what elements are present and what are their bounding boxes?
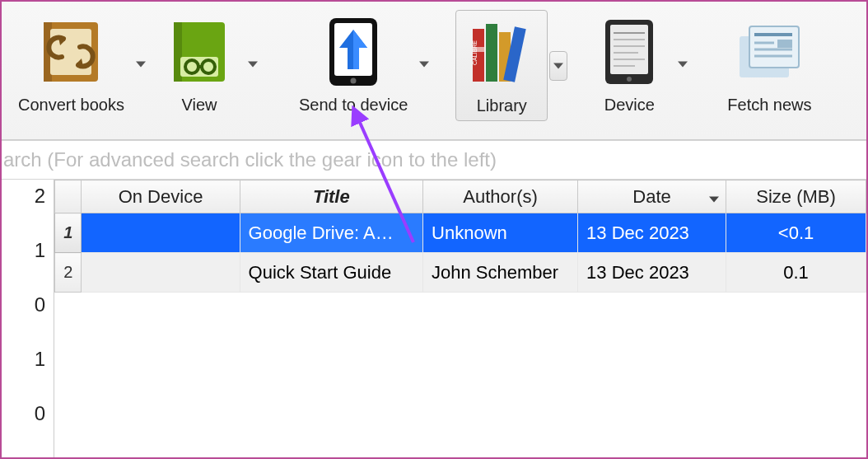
cell-authors[interactable]: Unknown [423,213,578,253]
send-label: Send to device [299,96,408,115]
convert-label: Convert books [18,96,124,115]
svg-point-11 [351,78,357,84]
corner-header[interactable] [55,180,82,213]
ereader-icon [592,15,666,89]
cell-title[interactable]: Google Drive: A… [240,213,422,253]
col-title[interactable]: Title [240,180,422,213]
main-area: 2 1 0 1 0 On Device Title Author(s) Date [2,180,866,457]
view-button[interactable]: View [156,10,243,118]
newspaper-icon [732,15,806,89]
axis-tick: 0 [35,402,45,425]
device-button[interactable]: Device [586,10,673,118]
view-label: View [181,96,217,115]
table-header-row: On Device Title Author(s) Date Size (MB) [55,180,866,213]
toolbar: Convert books View [2,2,866,140]
fetch-news-button[interactable]: Fetch news [721,10,818,118]
device-label: Device [604,96,655,115]
library-dropdown[interactable] [549,51,567,81]
fetch-label: Fetch news [727,96,811,115]
cell-on-device[interactable] [82,213,240,253]
axis-tick: 1 [35,239,45,262]
search-input[interactable] [2,143,860,176]
send-device-icon [316,15,390,89]
cell-date[interactable]: 13 Dec 2023 [578,253,726,293]
convert-group: Convert books [12,10,149,118]
table-row[interactable]: 1Google Drive: A…Unknown13 Dec 2023<0.1 [55,213,866,253]
book-table-wrap: On Device Title Author(s) Date Size (MB)… [54,180,866,457]
device-dropdown[interactable] [674,49,691,79]
row-number[interactable]: 2 [55,253,82,293]
library-label: Library [477,96,527,115]
send-group: Send to device [292,10,432,118]
svg-rect-13 [486,24,497,82]
axis-tick: 2 [35,185,45,208]
row-number[interactable]: 1 [55,213,82,253]
table-row[interactable]: 2Quick Start GuideJohn Schember13 Dec 20… [55,253,866,293]
col-date-label: Date [632,186,670,207]
send-to-device-button[interactable]: Send to device [292,10,414,118]
cell-on-device[interactable] [82,253,240,293]
search-bar [2,140,866,180]
col-size[interactable]: Size (MB) [726,180,866,213]
view-dropdown[interactable] [245,49,261,79]
axis-tick: 0 [35,293,45,316]
axis-tick: 1 [35,348,45,371]
book-table: On Device Title Author(s) Date Size (MB)… [54,180,866,293]
col-date[interactable]: Date [578,180,726,213]
col-authors[interactable]: Author(s) [423,180,578,213]
cell-size[interactable]: <0.1 [726,213,866,253]
library-button[interactable]: CALIBRE Library [455,10,548,121]
fetch-group: Fetch news [721,10,818,118]
library-group: CALIBRE Library [455,10,567,121]
library-icon: CALIBRE [464,16,539,90]
convert-books-button[interactable]: Convert books [12,10,131,118]
device-group: Device [586,10,691,118]
svg-text:CALIBRE: CALIBRE [472,40,478,65]
send-dropdown[interactable] [416,49,432,79]
cell-title[interactable]: Quick Start Guide [240,253,422,293]
cover-browser-axis: 2 1 0 1 0 [2,180,54,457]
view-group: View [156,10,261,118]
col-on-device[interactable]: On Device [82,180,240,213]
cell-authors[interactable]: John Schember [423,253,578,293]
view-book-icon [162,15,236,89]
sort-desc-icon [709,186,719,208]
convert-dropdown[interactable] [133,49,149,79]
svg-rect-33 [777,40,792,48]
cell-size[interactable]: 0.1 [726,253,866,293]
book-convert-icon [34,15,108,89]
cell-date[interactable]: 13 Dec 2023 [578,213,726,253]
svg-point-26 [627,77,632,82]
